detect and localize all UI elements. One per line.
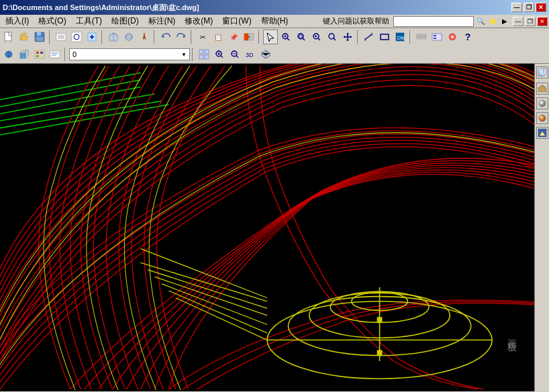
pan-button[interactable] — [340, 30, 355, 44]
search-nav-button[interactable]: ▶ — [499, 16, 510, 27]
svg-rect-24 — [434, 35, 436, 36]
named-view[interactable] — [197, 47, 211, 62]
svg-rect-0 — [5, 32, 11, 41]
view-cube-button[interactable] — [536, 66, 548, 79]
svg-point-66 — [539, 115, 546, 121]
view-3d-button[interactable] — [536, 83, 548, 95]
svg-rect-55 — [377, 350, 381, 354]
svg-point-65 — [539, 100, 546, 107]
menu-close-button[interactable]: ✕ — [537, 17, 548, 26]
plot-button[interactable] — [54, 30, 68, 44]
new-button[interactable] — [1, 30, 16, 44]
main-content: 画板 — [0, 64, 549, 391]
svg-text:3D: 3D — [246, 52, 254, 58]
block-button[interactable] — [17, 47, 32, 62]
open-button[interactable] — [17, 30, 32, 44]
svg-rect-36 — [205, 50, 209, 54]
svg-line-42 — [0, 73, 140, 101]
svg-line-58 — [148, 270, 267, 309]
help-button[interactable]: ? — [460, 30, 475, 44]
menu-window[interactable]: 窗口(W) — [218, 15, 255, 28]
svg-rect-12 — [250, 34, 254, 40]
close-button[interactable]: ✕ — [536, 3, 546, 12]
view-isometric[interactable] — [258, 47, 273, 62]
redo-button[interactable] — [174, 30, 189, 44]
toolbar-row-1: ✂ 📋 📌 DW — [0, 28, 549, 46]
menu-modify[interactable]: 修改(M) — [181, 15, 217, 28]
svg-line-46 — [0, 101, 162, 129]
svg-rect-11 — [244, 34, 248, 40]
toolbar-area: ✂ 📋 📌 DW — [0, 28, 549, 64]
minimize-button[interactable]: — — [511, 3, 522, 12]
zoom-window[interactable] — [294, 30, 309, 44]
menu-restore-button[interactable]: ❐ — [525, 17, 536, 26]
color-button[interactable] — [445, 30, 460, 44]
search-input[interactable] — [393, 16, 474, 27]
separator-4 — [191, 30, 193, 44]
title-text: D:\Documents and Settings\Administrator\… — [3, 3, 199, 13]
menu-insert[interactable]: 插入(I) — [1, 15, 33, 28]
dist-button[interactable] — [362, 30, 377, 44]
svg-point-9 — [126, 34, 132, 40]
svg-rect-25 — [434, 38, 436, 39]
menu-format[interactable]: 格式(O) — [34, 15, 70, 28]
separator-1 — [49, 30, 52, 44]
3dview-top[interactable]: 3D — [243, 47, 258, 62]
palette-button[interactable] — [32, 47, 47, 62]
copy-button[interactable]: 📋 — [211, 30, 226, 44]
publish-button[interactable] — [85, 30, 99, 44]
preview-button[interactable] — [69, 30, 84, 44]
svg-text:DW: DW — [397, 36, 405, 40]
zoom-extent[interactable] — [325, 30, 340, 44]
title-bar: D:\Documents and Settings\Administrator\… — [0, 0, 549, 15]
svg-rect-18 — [381, 34, 389, 40]
view-render-button[interactable] — [536, 127, 548, 139]
dwf-button[interactable]: DW — [393, 30, 407, 44]
svg-rect-37 — [199, 55, 203, 59]
nav-button[interactable] — [137, 30, 152, 44]
menu-min-button[interactable]: — — [513, 17, 523, 26]
svg-rect-33 — [36, 55, 39, 57]
menu-tools[interactable]: 工具(T) — [72, 15, 106, 28]
cut-button[interactable]: ✂ — [195, 30, 210, 44]
view-material-button[interactable] — [536, 112, 548, 124]
orbit-button[interactable] — [121, 30, 136, 44]
search-button[interactable]: 🔍 — [475, 16, 486, 27]
layer-dropdown[interactable]: 0 ▼ — [69, 48, 190, 60]
area-button[interactable] — [377, 30, 392, 44]
cad-canvas[interactable]: 画板 — [0, 64, 534, 391]
menu-bar: 插入(I) 格式(O) 工具(T) 绘图(D) 标注(N) 修改(M) 窗口(W… — [0, 15, 549, 28]
svg-rect-2 — [37, 32, 41, 36]
zoom-previous[interactable] — [309, 30, 324, 44]
search-hint: 键入问题以获取帮助 — [323, 16, 392, 26]
search-fav-button[interactable]: ⭐ — [487, 16, 498, 27]
cursor-button[interactable] — [263, 30, 278, 44]
svg-rect-31 — [36, 52, 39, 54]
restore-button[interactable]: ❐ — [523, 3, 534, 12]
svg-line-57 — [140, 262, 267, 301]
zoom-out[interactable] — [228, 47, 242, 62]
view3d-button[interactable] — [106, 30, 121, 44]
save-button[interactable] — [32, 30, 47, 44]
menu-dimension[interactable]: 标注(N) — [144, 15, 180, 28]
toolbar-row-2: 0 ▼ 3D — [0, 46, 549, 63]
matchprop-button[interactable] — [242, 30, 256, 44]
separator-8 — [64, 48, 67, 61]
menu-help[interactable]: 帮助(H) — [257, 15, 293, 28]
field-button[interactable] — [48, 47, 62, 62]
zoom-realtime[interactable] — [279, 30, 293, 44]
svg-point-10 — [126, 36, 132, 38]
separator-7 — [409, 30, 412, 44]
svg-rect-30 — [35, 50, 44, 58]
layer-button[interactable] — [414, 30, 429, 44]
svg-rect-34 — [50, 51, 60, 58]
svg-rect-22 — [417, 37, 426, 39]
svg-point-26 — [449, 34, 456, 40]
zoom-in[interactable] — [212, 47, 227, 62]
paste-button[interactable]: 📌 — [226, 30, 241, 44]
menu-draw[interactable]: 绘图(D) — [107, 15, 143, 28]
world-button[interactable] — [1, 47, 16, 62]
view-shade-button[interactable] — [536, 97, 548, 109]
layer-prop-button[interactable] — [430, 30, 444, 44]
undo-button[interactable] — [158, 30, 173, 44]
